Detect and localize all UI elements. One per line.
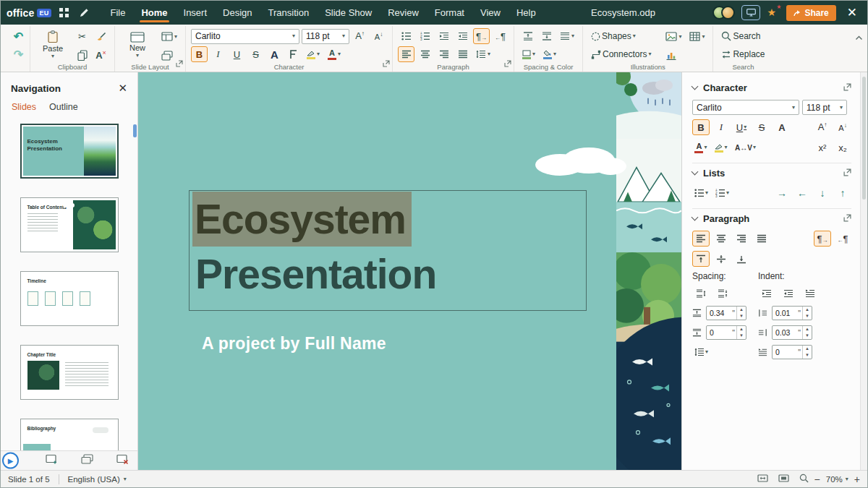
menu-slide-show[interactable]: Slide Show bbox=[317, 1, 380, 25]
align-vertical-center-button[interactable] bbox=[712, 251, 730, 267]
move-down-button[interactable]: ↓ bbox=[814, 185, 831, 201]
line-spacing-button[interactable]: ▾ bbox=[473, 46, 493, 62]
slide-layout-button[interactable]: ▾ bbox=[158, 29, 180, 45]
menu-review[interactable]: Review bbox=[380, 1, 427, 25]
new-slide-tool-button[interactable] bbox=[46, 454, 58, 467]
zoom-in-button[interactable]: + bbox=[854, 474, 860, 484]
chevron-down-icon[interactable] bbox=[692, 83, 699, 90]
align-justify-button[interactable] bbox=[454, 46, 471, 62]
start-slideshow-button[interactable]: ▶ bbox=[2, 453, 19, 469]
sidebar-underline-button[interactable]: U▾ bbox=[733, 119, 750, 135]
sidebar-font-color-button[interactable]: A ▾ bbox=[692, 140, 710, 155]
fit-slide-icon[interactable] bbox=[778, 474, 789, 484]
decrease-indent-button[interactable] bbox=[454, 28, 471, 44]
character-formatting-button[interactable]: A bbox=[266, 46, 283, 62]
slide-canvas[interactable]: Ecosystem Presentation A project by Full… bbox=[138, 72, 681, 470]
left-to-right-button[interactable]: ¶→ bbox=[473, 28, 490, 44]
align-left-button[interactable] bbox=[398, 46, 414, 62]
character-dialog-launcher-icon[interactable] bbox=[843, 83, 851, 93]
sidebar-align-left-button[interactable] bbox=[692, 231, 710, 247]
search-button[interactable]: Search bbox=[718, 28, 763, 44]
sidebar-character-spacing-button[interactable]: A↔V ▾ bbox=[733, 140, 758, 155]
sidebar-numbered-list-button[interactable]: 123 ▾ bbox=[713, 185, 731, 201]
sidebar-bold-button[interactable]: B bbox=[692, 119, 710, 135]
spacing-below-input[interactable]: 0 " ▲▼ bbox=[706, 325, 746, 340]
stepper[interactable]: ▲▼ bbox=[802, 346, 812, 359]
sidebar-font-size-select[interactable]: 118 pt ▾ bbox=[802, 100, 847, 115]
copy-button[interactable] bbox=[74, 48, 90, 64]
slide-thumbnail-2[interactable]: Table of Contents bbox=[20, 197, 119, 252]
format-paintbrush-button[interactable] bbox=[93, 29, 109, 45]
space-below-paragraph-button[interactable] bbox=[538, 28, 555, 44]
title-line-1[interactable]: Ecosystem bbox=[192, 192, 412, 247]
numbered-list-button[interactable]: 123 bbox=[417, 28, 433, 44]
subtitle-text[interactable]: A project by Full Name bbox=[202, 334, 386, 354]
sidebar-superscript-button[interactable]: x² bbox=[814, 140, 831, 155]
duplicate-slide-button[interactable] bbox=[158, 48, 176, 64]
delete-slide-tool-button[interactable] bbox=[116, 454, 129, 467]
tab-outline[interactable]: Outline bbox=[49, 102, 78, 112]
align-bottom-button[interactable] bbox=[733, 251, 750, 267]
replace-button[interactable]: Replace bbox=[718, 46, 767, 62]
increase-indent-button[interactable] bbox=[435, 28, 452, 44]
sidebar-font-name-select[interactable]: Carlito ▾ bbox=[692, 100, 799, 115]
language-select[interactable]: English (USA) ▾ bbox=[68, 475, 127, 484]
edit-icon[interactable] bbox=[76, 5, 92, 21]
first-line-indent-input[interactable]: 0 " ▲▼ bbox=[772, 345, 812, 359]
collapse-ribbon-icon[interactable] bbox=[855, 30, 863, 43]
stepper[interactable]: ▲▼ bbox=[802, 326, 812, 339]
font-name-select[interactable]: Carlito ▾ bbox=[191, 29, 299, 44]
sidebar-grow-font-button[interactable]: A↑ bbox=[814, 119, 831, 135]
sidebar-left-to-right-button[interactable]: ¶→ bbox=[814, 231, 831, 247]
paragraph-spacing-options-button[interactable]: ▾ bbox=[557, 28, 577, 44]
shrink-font-button[interactable]: A↓ bbox=[370, 28, 387, 44]
undo-button[interactable]: ↶ bbox=[10, 28, 27, 44]
move-up-button[interactable]: ↑ bbox=[834, 185, 851, 201]
stepper[interactable]: ▲▼ bbox=[802, 307, 812, 320]
paste-button[interactable]: Paste ▾ bbox=[35, 28, 70, 61]
fit-width-icon[interactable] bbox=[757, 474, 768, 484]
sidebar-italic-button[interactable]: I bbox=[712, 119, 730, 135]
close-icon[interactable]: ✕ bbox=[843, 7, 861, 19]
promote-button[interactable]: ← bbox=[793, 185, 811, 201]
paragraph-background-button[interactable]: ▾ bbox=[519, 46, 538, 62]
line-spacing-dropdown-button[interactable]: ▾ bbox=[692, 344, 710, 360]
stepper[interactable]: ▲▼ bbox=[736, 326, 746, 339]
sidebar-shrink-font-button[interactable]: A↓ bbox=[834, 119, 851, 135]
zoom-out-button[interactable]: − bbox=[814, 474, 820, 484]
slide-thumbnail-1[interactable]: Ecosystem Presentation bbox=[20, 124, 119, 179]
redo-button[interactable]: ↷ bbox=[10, 46, 27, 62]
sidebar-scrollbar[interactable] bbox=[860, 72, 867, 470]
menu-home[interactable]: Home bbox=[133, 1, 175, 25]
slide-layout-dialog-launcher-icon[interactable] bbox=[176, 57, 183, 70]
sidebar-highlight-color-button[interactable]: ▾ bbox=[712, 140, 730, 155]
highlight-color-button[interactable]: ▾ bbox=[304, 46, 323, 62]
demote-button[interactable]: → bbox=[773, 185, 791, 201]
menu-insert[interactable]: Insert bbox=[176, 1, 216, 25]
share-button[interactable]: Share bbox=[786, 5, 835, 21]
connectors-button[interactable]: Connectors ▾ bbox=[588, 46, 654, 62]
increase-paragraph-spacing-button[interactable] bbox=[692, 286, 710, 301]
grow-font-button[interactable]: A↑ bbox=[352, 28, 368, 44]
bullet-list-button[interactable] bbox=[398, 28, 414, 44]
menu-design[interactable]: Design bbox=[215, 1, 260, 25]
sidebar-subscript-button[interactable]: x₂ bbox=[834, 140, 851, 155]
sidebar-right-to-left-button[interactable]: ←¶ bbox=[834, 231, 851, 247]
sidebar-align-right-button[interactable] bbox=[733, 231, 750, 247]
lists-dialog-launcher-icon[interactable] bbox=[843, 168, 851, 179]
align-top-button[interactable] bbox=[692, 251, 710, 267]
insert-table-button[interactable]: ▾ bbox=[686, 29, 707, 45]
zoom-level-select[interactable]: 70% ▾ bbox=[826, 475, 848, 484]
menu-transition[interactable]: Transition bbox=[260, 1, 318, 25]
duplicate-slide-tool-button[interactable] bbox=[81, 454, 93, 467]
slide-thumbnail-5[interactable]: Bibliography bbox=[20, 419, 119, 450]
paragraph-dialog-launcher-icon[interactable] bbox=[843, 214, 851, 224]
chevron-down-icon[interactable] bbox=[692, 168, 699, 176]
sidebar-character-formatting-button[interactable]: A bbox=[773, 119, 791, 135]
shapes-button[interactable]: Shapes ▾ bbox=[588, 28, 654, 44]
menu-file[interactable]: File bbox=[102, 1, 133, 25]
sidebar-increase-indent-button[interactable] bbox=[758, 286, 775, 301]
present-button[interactable] bbox=[741, 5, 760, 20]
insert-chart-button[interactable] bbox=[663, 48, 679, 64]
hanging-indent-button[interactable] bbox=[801, 286, 819, 301]
